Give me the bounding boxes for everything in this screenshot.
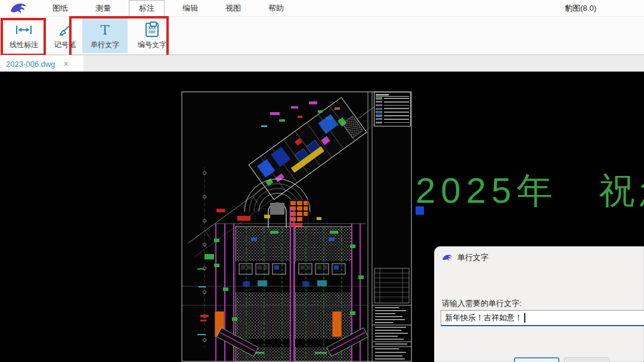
- single-line-text-dialog: 单行文字 请输入需要的单行文字: 新年快乐！吉祥如意！: [434, 246, 644, 362]
- menu-item-help[interactable]: 帮助: [259, 1, 293, 16]
- legend-row: [376, 121, 409, 125]
- tab-bar: 2023-006.dwg ×: [0, 55, 644, 72]
- cad-greeting-text: 2025年 祝您: [416, 173, 644, 209]
- numbered-text-label: 编号文字: [138, 40, 166, 50]
- input-value: 新年快乐！吉祥如意！: [445, 313, 522, 323]
- single-line-text-button[interactable]: T 单行文字: [82, 18, 128, 53]
- dialog-title: 单行文字: [457, 252, 488, 263]
- single-line-text-icon: T: [100, 22, 109, 38]
- menu-item-drawing[interactable]: 图纸: [43, 1, 78, 16]
- cad-plan-svg: [181, 89, 413, 362]
- app-title: 豹图(8.0): [565, 3, 596, 14]
- dialog-title-bar[interactable]: 单行文字: [435, 247, 643, 268]
- menu-item-view[interactable]: 视图: [216, 1, 250, 16]
- legend-rows: [376, 97, 409, 124]
- dialog-cancel-button[interactable]: [564, 357, 609, 362]
- cad-drawing-sheet: [181, 89, 413, 362]
- dialog-ok-button[interactable]: [514, 357, 559, 362]
- marker-pen-button[interactable]: 记号笔: [50, 18, 80, 53]
- dialog-prompt-label: 请输入需要的单行文字:: [442, 298, 522, 309]
- menu-item-annotate[interactable]: 标注: [129, 0, 165, 17]
- marker-pen-icon: [58, 22, 72, 38]
- linear-dimension-label: 线性标注: [10, 40, 38, 50]
- tab-close-icon[interactable]: ×: [63, 60, 68, 68]
- dialog-leopard-icon: [442, 253, 453, 262]
- single-line-text-label: 单行文字: [91, 40, 119, 50]
- numbered-text-button[interactable]: XXX 000 编号文字: [132, 18, 172, 53]
- linear-dimension-button[interactable]: 线性标注: [5, 18, 43, 53]
- single-line-text-input[interactable]: 新年快乐！吉祥如意！: [441, 310, 644, 326]
- menu-bar: 图纸 测量 标注 编辑 视图 帮助 豹图(8.0): [0, 0, 644, 17]
- menu-item-measure[interactable]: 测量: [86, 1, 120, 16]
- toolbar: 线性标注 记号笔 T 单行文字 XXX 000 编号文字: [0, 17, 644, 55]
- tab-file-name: 2023-006.dwg: [6, 60, 55, 69]
- numbered-text-icon: XXX 000: [145, 22, 159, 38]
- leopard-logo-icon: [10, 2, 27, 15]
- tab-dwg-file[interactable]: 2023-006.dwg ×: [0, 55, 83, 72]
- text-insertion-marker: [416, 206, 424, 215]
- menu-item-edit[interactable]: 编辑: [173, 1, 208, 16]
- drawing-legend: [374, 92, 411, 126]
- linear-dimension-icon: [15, 22, 33, 38]
- marker-pen-label: 记号笔: [54, 40, 76, 50]
- text-caret: [524, 313, 525, 323]
